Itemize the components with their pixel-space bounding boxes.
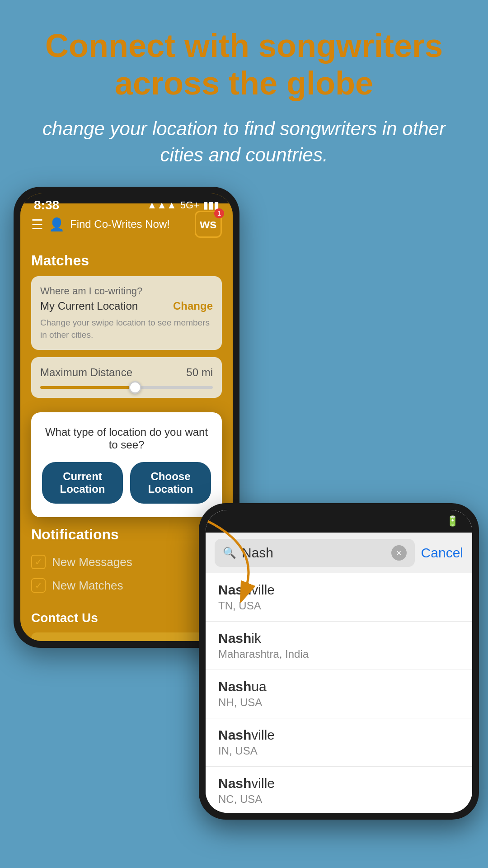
contact-title: Contact Us — [31, 611, 222, 625]
new-messages-checkbox[interactable]: ✓ — [31, 555, 46, 569]
result-sub-3: NH, USA — [218, 696, 460, 709]
result-name-3: Nashua — [218, 679, 460, 694]
main-title: Connect with songwriters across the glob… — [36, 27, 452, 102]
new-messages-row: ✓ New Messages — [31, 550, 222, 574]
location-hint: Change your swipe location to see member… — [40, 317, 213, 341]
status-icons: ▲▲▲ 5G+ ▮▮▮ — [147, 199, 219, 211]
location-card-label: Where am I co-writing? — [40, 285, 213, 297]
distance-value: 50 mi — [186, 366, 213, 379]
result-name-5: Nashville — [218, 776, 460, 791]
result-sub-5: NC, USA — [218, 793, 460, 806]
distance-card: Maximum Distance 50 mi — [31, 357, 222, 398]
header-section: Connect with songwriters across the glob… — [0, 27, 488, 169]
network-label: 5G+ — [180, 199, 199, 211]
result-sub-2: Maharashtra, India — [218, 648, 460, 660]
page-wrapper: Connect with songwriters across the glob… — [0, 0, 488, 868]
result-name-4: Nashville — [218, 727, 460, 743]
change-button[interactable]: Change — [173, 300, 213, 312]
arrow-icon — [199, 512, 271, 603]
distance-label-row: Maximum Distance 50 mi — [40, 366, 213, 379]
search-clear-button[interactable]: × — [391, 545, 407, 561]
result-item-3[interactable]: Nashua NH, USA — [206, 670, 472, 718]
status-time: 8:38 — [34, 198, 59, 212]
search-results: Nashville TN, USA Nashik Maharashtra, In… — [206, 573, 472, 813]
phones-area: 8:38 ▲▲▲ 5G+ ▮▮▮ ☰ 👤 Find Co-Writes Now! — [0, 187, 488, 820]
app-logo: ws 1 — [195, 211, 222, 238]
result-item-5[interactable]: Nashville NC, USA — [206, 767, 472, 813]
clear-icon: × — [396, 548, 402, 558]
slider-track[interactable] — [40, 386, 213, 389]
result-sub-4: IN, USA — [218, 745, 460, 757]
new-matches-checkbox[interactable]: ✓ — [31, 578, 46, 593]
result-name-2: Nashik — [218, 631, 460, 646]
dialog-question: What type of location do you want to see… — [42, 426, 211, 451]
app-header-left: ☰ 👤 Find Co-Writes Now! — [31, 217, 170, 232]
cancel-button[interactable]: Cancel — [421, 545, 463, 561]
person-icon[interactable]: 👤 — [49, 217, 65, 232]
location-dialog: What type of location do you want to see… — [31, 412, 222, 517]
distance-label: Maximum Distance — [40, 366, 132, 379]
menu-icon[interactable]: ☰ — [31, 217, 43, 232]
slider-thumb[interactable] — [129, 381, 141, 394]
logo-text: ws — [200, 217, 216, 231]
current-location-button[interactable]: Current Location — [42, 462, 123, 504]
location-value: My Current Location — [40, 300, 138, 312]
matches-section: Matches Where am I co-writing? My Curren… — [20, 245, 233, 412]
new-matches-row: ✓ New Matches — [31, 574, 222, 597]
new-matches-label: New Matches — [52, 579, 123, 593]
location-value-row: My Current Location Change — [40, 300, 213, 312]
result-item-4[interactable]: Nashville IN, USA — [206, 718, 472, 767]
app-header-title: Find Co-Writes Now! — [70, 218, 170, 231]
app-logo-badge: 1 — [214, 208, 224, 218]
notifications-title: Notifications — [31, 526, 222, 543]
help-support-button[interactable]: Help & Support — [31, 632, 222, 641]
location-card: Where am I co-writing? My Current Locati… — [31, 276, 222, 350]
matches-section-title: Matches — [31, 252, 222, 269]
dialog-buttons: Current Location Choose Location — [42, 462, 211, 504]
new-messages-label: New Messages — [52, 555, 132, 569]
slider-fill — [40, 386, 135, 389]
subtitle: change your location to find songwriters… — [36, 116, 452, 169]
choose-location-button[interactable]: Choose Location — [130, 462, 211, 504]
result-item-2[interactable]: Nashik Maharashtra, India — [206, 622, 472, 670]
signal-icon: ▲▲▲ — [147, 199, 176, 211]
battery-icon2: 🔋 — [446, 515, 459, 527]
